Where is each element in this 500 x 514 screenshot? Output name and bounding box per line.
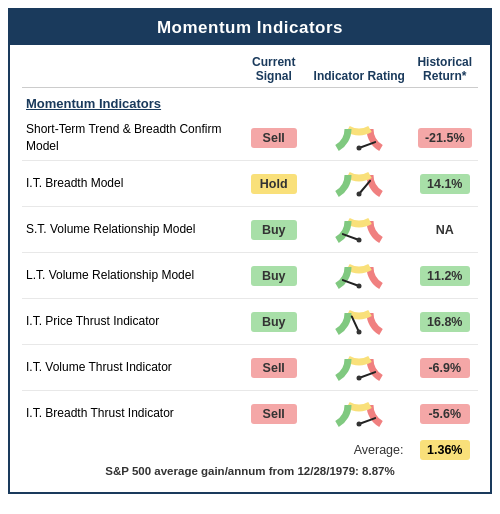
content-area: Current Signal Indicator Rating Historic…	[10, 45, 490, 492]
svg-point-3	[357, 192, 362, 197]
return-cell: 14.1%	[411, 161, 478, 207]
svg-point-5	[357, 238, 362, 243]
signal-badge: Sell	[251, 128, 297, 148]
gauge-svg	[332, 212, 386, 244]
table-row: I.T. Price Thrust Indicator Buy 16.8%	[22, 299, 478, 345]
indicators-table: Current Signal Indicator Rating Historic…	[22, 51, 478, 482]
return-badge: NA	[420, 220, 470, 240]
rating-cell	[307, 391, 412, 437]
return-badge: 16.8%	[420, 312, 470, 332]
average-value-cell: 1.36%	[411, 436, 478, 462]
table-row: I.T. Breadth Thrust Indicator Sell -5.6%	[22, 391, 478, 437]
return-badge: -5.6%	[420, 404, 470, 424]
return-cell: 16.8%	[411, 299, 478, 345]
indicator-name: I.T. Breadth Model	[22, 161, 241, 207]
signal-badge: Buy	[251, 266, 297, 286]
rating-cell	[307, 115, 412, 161]
section-label: Momentum Indicators	[26, 92, 474, 113]
return-cell: -6.9%	[411, 345, 478, 391]
gauge-svg	[332, 350, 386, 382]
signal-badge: Sell	[251, 404, 297, 424]
signal-cell: Sell	[241, 391, 307, 437]
section-label-row: Momentum Indicators	[22, 88, 478, 116]
rating-cell	[307, 253, 412, 299]
return-badge: -6.9%	[420, 358, 470, 378]
table-row: Short-Term Trend & Breadth Confirm Model…	[22, 115, 478, 161]
indicator-name: I.T. Volume Thrust Indicator	[22, 345, 241, 391]
col-header-indicator	[22, 51, 241, 88]
svg-point-11	[357, 376, 362, 381]
svg-point-7	[357, 284, 362, 289]
page-title: Momentum Indicators	[10, 10, 490, 45]
gauge-svg	[332, 258, 386, 290]
return-cell: -21.5%	[411, 115, 478, 161]
signal-cell: Buy	[241, 299, 307, 345]
rating-cell	[307, 161, 412, 207]
average-value: 1.36%	[420, 440, 470, 460]
main-container: Momentum Indicators Current Signal Indic…	[8, 8, 492, 494]
signal-badge: Sell	[251, 358, 297, 378]
table-row: I.T. Breadth Model Hold 14.1%	[22, 161, 478, 207]
signal-cell: Buy	[241, 253, 307, 299]
indicator-name: L.T. Volume Relationship Model	[22, 253, 241, 299]
indicator-name: I.T. Price Thrust Indicator	[22, 299, 241, 345]
signal-badge: Hold	[251, 174, 297, 194]
svg-line-2	[359, 181, 370, 194]
indicator-name: I.T. Breadth Thrust Indicator	[22, 391, 241, 437]
gauge-svg	[332, 166, 386, 198]
indicator-name: Short-Term Trend & Breadth Confirm Model	[22, 115, 241, 161]
rating-cell	[307, 345, 412, 391]
col-header-rating: Indicator Rating	[307, 51, 412, 88]
average-row: Average: 1.36%	[22, 436, 478, 462]
return-badge: -21.5%	[418, 128, 472, 148]
svg-point-13	[357, 422, 362, 427]
return-badge: 11.2%	[420, 266, 470, 286]
signal-cell: Buy	[241, 207, 307, 253]
gauge-svg	[332, 304, 386, 336]
average-label: Average:	[22, 436, 411, 462]
table-row: S.T. Volume Relationship Model Buy NA	[22, 207, 478, 253]
signal-badge: Buy	[251, 220, 297, 240]
signal-badge: Buy	[251, 312, 297, 332]
svg-point-9	[357, 330, 362, 335]
footer-text: S&P 500 average gain/annum from 12/28/19…	[22, 462, 478, 482]
return-cell: 11.2%	[411, 253, 478, 299]
rating-cell	[307, 299, 412, 345]
gauge-svg	[332, 396, 386, 428]
footer-row: S&P 500 average gain/annum from 12/28/19…	[22, 462, 478, 482]
return-badge: 14.1%	[420, 174, 470, 194]
table-row: L.T. Volume Relationship Model Buy 11.2%	[22, 253, 478, 299]
indicator-name: S.T. Volume Relationship Model	[22, 207, 241, 253]
gauge-svg	[332, 120, 386, 152]
col-header-return: Historical Return*	[411, 51, 478, 88]
signal-cell: Hold	[241, 161, 307, 207]
rating-cell	[307, 207, 412, 253]
table-row: I.T. Volume Thrust Indicator Sell -6.9%	[22, 345, 478, 391]
signal-cell: Sell	[241, 345, 307, 391]
col-header-signal: Current Signal	[241, 51, 307, 88]
svg-point-1	[357, 146, 362, 151]
return-cell: -5.6%	[411, 391, 478, 437]
signal-cell: Sell	[241, 115, 307, 161]
return-cell: NA	[411, 207, 478, 253]
